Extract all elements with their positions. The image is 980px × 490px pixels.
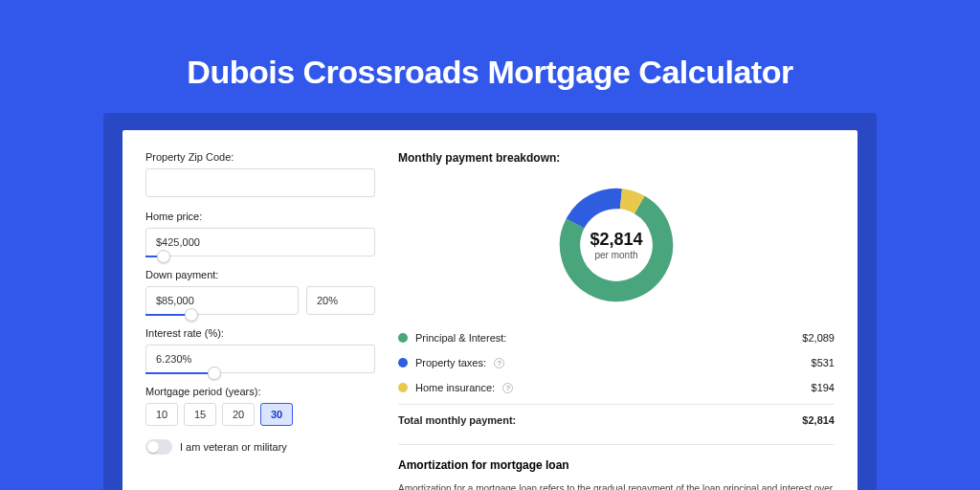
period-block: Mortgage period (years): 10152030 [145, 386, 375, 426]
legend-row-2: Home insurance:?$194 [398, 375, 835, 400]
interest-rate-input[interactable] [145, 345, 375, 373]
home-price-slider-thumb[interactable] [157, 250, 170, 263]
period-label: Mortgage period (years): [145, 386, 375, 397]
legend-value: $194 [812, 382, 835, 393]
info-icon[interactable]: ? [502, 383, 513, 393]
legend-label: Home insurance: [415, 382, 495, 393]
legend-value: $531 [812, 357, 835, 368]
interest-rate-slider-fill [145, 372, 214, 374]
zip-label: Property Zip Code: [145, 151, 375, 163]
period-option-15[interactable]: 15 [184, 403, 216, 426]
donut-center-value: $2,814 [590, 230, 642, 250]
down-payment-label: Down payment: [145, 269, 375, 280]
home-price-label: Home price: [145, 211, 375, 222]
legend-row-1: Property taxes:?$531 [398, 350, 835, 375]
veteran-label: I am veteran or military [180, 441, 287, 453]
period-options: 10152030 [145, 403, 375, 426]
donut-chart: $2,814 per month [555, 184, 678, 306]
legend-total-row: Total monthly payment:$2,814 [398, 404, 835, 433]
form-column: Property Zip Code: Home price: Down paym… [145, 151, 375, 490]
calculator-card: Property Zip Code: Home price: Down paym… [122, 130, 858, 490]
donut-chart-wrap: $2,814 per month [398, 176, 835, 325]
veteran-row: I am veteran or military [145, 439, 375, 455]
interest-rate-label: Interest rate (%): [145, 327, 375, 339]
total-label: Total monthly payment: [398, 414, 516, 426]
interest-rate-slider-thumb[interactable] [208, 367, 221, 380]
interest-rate-block: Interest rate (%): [145, 327, 375, 373]
period-option-20[interactable]: 20 [222, 403, 255, 426]
legend-value: $2,089 [802, 332, 835, 344]
page-title: Dubois Crossroads Mortgage Calculator [0, 0, 980, 91]
period-option-30[interactable]: 30 [260, 403, 293, 426]
legend-dot-blue [398, 358, 408, 368]
zip-block: Property Zip Code: [145, 151, 375, 197]
legend-dot-yellow [398, 383, 408, 392]
home-price-block: Home price: [145, 211, 375, 256]
home-price-input[interactable] [145, 228, 375, 256]
legend-row-0: Principal & Interest:$2,089 [398, 325, 835, 350]
down-payment-slider-thumb[interactable] [185, 308, 198, 322]
legend-label: Principal & Interest: [415, 332, 506, 344]
legend-dot-green [398, 333, 408, 343]
down-payment-block: Down payment: [145, 269, 375, 315]
legend-label: Property taxes: [415, 357, 486, 368]
veteran-toggle[interactable] [145, 439, 172, 455]
legend: Principal & Interest:$2,089Property taxe… [398, 325, 835, 445]
amortization-body: Amortization for a mortgage loan refers … [398, 481, 835, 490]
amortization-title: Amortization for mortgage loan [398, 458, 835, 472]
total-value: $2,814 [802, 414, 835, 426]
breakdown-column: Monthly payment breakdown: $2,814 per mo… [398, 151, 835, 490]
breakdown-title: Monthly payment breakdown: [398, 151, 835, 165]
donut-center-label: per month [594, 250, 637, 260]
info-icon[interactable]: ? [494, 358, 504, 368]
down-payment-input[interactable] [145, 286, 299, 315]
period-option-10[interactable]: 10 [145, 403, 178, 426]
down-payment-pct-input[interactable] [306, 286, 375, 315]
zip-input[interactable] [145, 168, 375, 197]
